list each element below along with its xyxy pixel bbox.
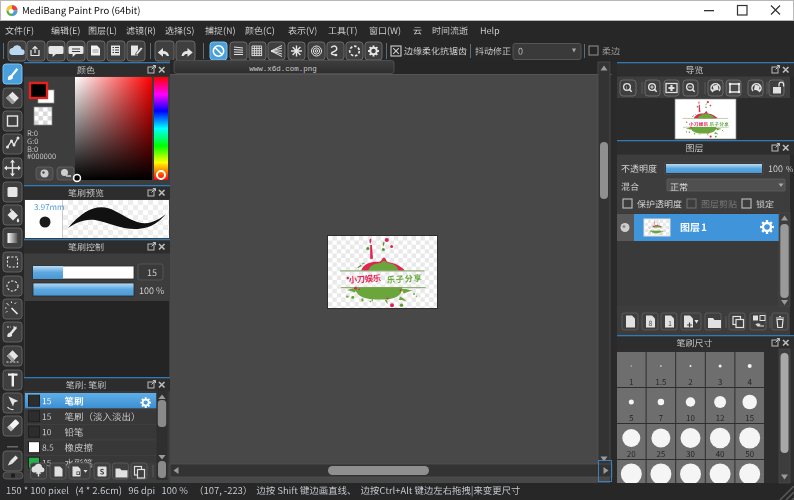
svg-text:www.x6d.com.png: www.x6d.com.png bbox=[249, 65, 317, 73]
